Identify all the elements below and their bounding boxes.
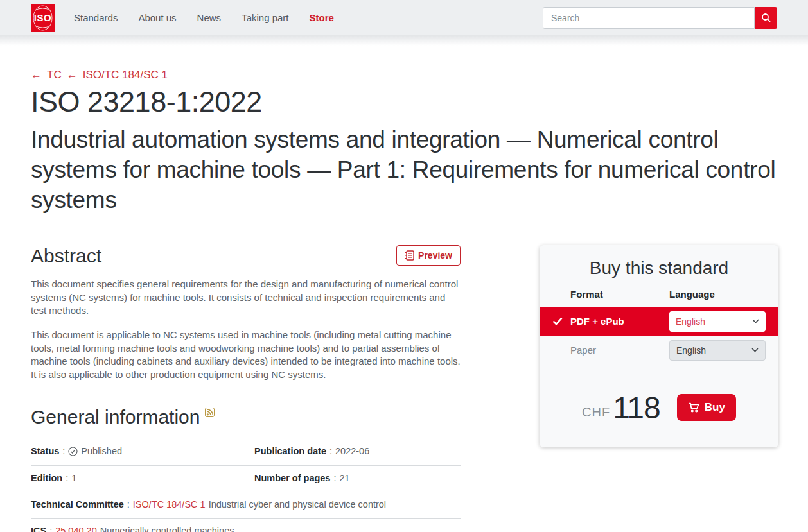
selected-language: English bbox=[676, 345, 706, 356]
ics-label: ICS bbox=[31, 526, 46, 532]
back-arrow-icon: ← bbox=[31, 69, 42, 82]
abstract-paragraph: This document specifies general requirem… bbox=[31, 278, 461, 318]
language-select-paper[interactable]: English bbox=[669, 340, 766, 361]
buy-standard-card: Buy this standard Format Language PDF + … bbox=[540, 245, 778, 447]
format-label: PDF + ePub bbox=[570, 316, 652, 327]
general-information-section: General information Status bbox=[31, 406, 461, 532]
check-circle-icon bbox=[68, 447, 78, 458]
search-bar bbox=[543, 7, 777, 29]
chevron-down-icon bbox=[752, 319, 759, 323]
table-row: Edition : 1 Number of pages : 21 bbox=[31, 466, 461, 492]
format-label: Paper bbox=[570, 345, 652, 356]
page-title: ISO 23218-1:2022 bbox=[31, 85, 777, 119]
search-icon bbox=[761, 13, 771, 23]
separator: : bbox=[62, 446, 65, 456]
buy-button[interactable]: Buy bbox=[677, 394, 736, 421]
currency-label: CHF bbox=[582, 405, 610, 420]
cart-icon bbox=[688, 402, 700, 413]
publication-date-label: Publication date bbox=[254, 446, 326, 456]
general-info-table: Status : Published Publication bbox=[31, 438, 461, 532]
selected-language: English bbox=[676, 316, 705, 327]
nav-store[interactable]: Store bbox=[310, 12, 334, 23]
edition-label: Edition bbox=[31, 473, 62, 483]
search-button[interactable] bbox=[755, 7, 777, 29]
format-row-paper[interactable]: Paper English bbox=[540, 336, 778, 365]
edition-field: Edition : 1 bbox=[31, 473, 254, 483]
left-column: Abstract Preview T bbox=[31, 245, 461, 532]
breadcrumb: ← TC ← ISO/TC 184/SC 1 bbox=[31, 69, 777, 82]
technical-committee-field: Technical Committee : ISO/TC 184/SC 1 In… bbox=[31, 499, 461, 510]
nav-taking-part[interactable]: Taking part bbox=[242, 12, 288, 23]
abstract-paragraph: This document is applicable to NC system… bbox=[31, 329, 461, 382]
number-of-pages-label: Number of pages bbox=[254, 473, 330, 483]
nav-news[interactable]: News bbox=[197, 12, 222, 23]
price-section: CHF 118 Buy bbox=[540, 373, 778, 447]
check-icon bbox=[552, 317, 570, 325]
nav-about-us[interactable]: About us bbox=[138, 12, 176, 23]
status-label: Status bbox=[31, 446, 59, 456]
status-value: Published bbox=[81, 446, 122, 456]
main-content: ← TC ← ISO/TC 184/SC 1 ISO 23218-1:2022 … bbox=[0, 69, 808, 532]
search-input[interactable] bbox=[543, 7, 755, 29]
publication-date-value: 2022-06 bbox=[335, 446, 369, 456]
language-column-header: Language bbox=[669, 289, 766, 300]
format-row-pdf-epub[interactable]: PDF + ePub English bbox=[540, 307, 778, 336]
document-preview-icon bbox=[405, 250, 414, 261]
language-select-pdf[interactable]: English bbox=[669, 311, 766, 332]
separator: : bbox=[66, 473, 68, 483]
right-column: Buy this standard Format Language PDF + … bbox=[540, 245, 778, 447]
buy-card-title: Buy this standard bbox=[540, 245, 778, 289]
preview-button-label: Preview bbox=[418, 250, 452, 261]
status-field: Status : Published bbox=[31, 445, 254, 457]
abstract-heading: Abstract bbox=[31, 245, 101, 267]
technical-committee-link[interactable]: ISO/TC 184/SC 1 bbox=[133, 499, 206, 510]
separator: : bbox=[49, 526, 52, 532]
edition-value: 1 bbox=[71, 473, 76, 483]
separator: : bbox=[329, 446, 332, 456]
chevron-down-icon bbox=[751, 348, 759, 352]
breadcrumb-tc-link[interactable]: TC bbox=[47, 69, 62, 82]
separator: : bbox=[333, 473, 336, 483]
main-nav: Standards About us News Taking part Stor… bbox=[74, 12, 334, 23]
publication-date-field: Publication date : 2022-06 bbox=[254, 445, 478, 457]
separator: : bbox=[127, 499, 130, 510]
iso-logo[interactable]: ISO bbox=[31, 4, 55, 32]
back-arrow-icon: ← bbox=[67, 69, 78, 82]
top-header: ISO Standards About us News Taking part … bbox=[0, 0, 808, 35]
rss-feed-icon[interactable] bbox=[205, 408, 215, 420]
ics-value: Numerically controlled machines bbox=[100, 526, 234, 532]
abstract-section: Abstract Preview T bbox=[31, 245, 461, 382]
logo-text: ISO bbox=[34, 12, 51, 23]
format-column-header: Format bbox=[570, 289, 652, 300]
technical-committee-label: Technical Committee bbox=[31, 499, 124, 510]
nav-standards[interactable]: Standards bbox=[74, 12, 118, 23]
table-row: ICS : 25.040.20 Numerically controlled m… bbox=[31, 519, 461, 532]
preview-button[interactable]: Preview bbox=[396, 245, 461, 266]
ics-link[interactable]: 25.040.20 bbox=[55, 526, 97, 532]
buy-button-label: Buy bbox=[705, 401, 725, 414]
technical-committee-value: Industrial cyber and physical device con… bbox=[209, 499, 386, 510]
table-row: Status : Published Publication bbox=[31, 438, 461, 466]
table-row: Technical Committee : ISO/TC 184/SC 1 In… bbox=[31, 492, 461, 519]
buy-table-header: Format Language bbox=[540, 289, 778, 307]
header-shadow bbox=[0, 35, 808, 46]
price-value: 118 bbox=[613, 390, 660, 425]
general-information-heading: General information bbox=[31, 406, 200, 428]
page-subtitle: Industrial automation systems and integr… bbox=[31, 125, 777, 216]
number-of-pages-field: Number of pages : 21 bbox=[254, 473, 478, 483]
number-of-pages-value: 21 bbox=[339, 473, 349, 483]
ics-field: ICS : 25.040.20 Numerically controlled m… bbox=[31, 526, 461, 532]
breadcrumb-committee-link[interactable]: ISO/TC 184/SC 1 bbox=[83, 69, 168, 82]
